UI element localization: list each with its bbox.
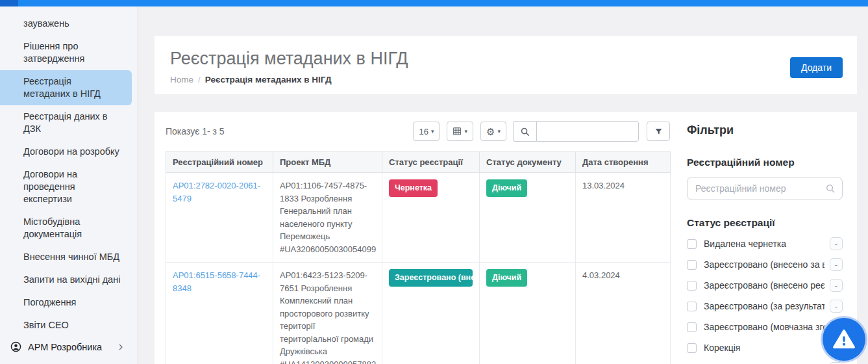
warning-triangle-icon [833,328,855,350]
results-summary: Показує 1- з 5 [166,126,225,136]
search-icon [825,183,836,194]
sidebar-item-zvity-seo[interactable]: Звіти СЕО [0,314,138,337]
status-option-label: Видалена чернетка [704,239,825,249]
chevron-down-icon: ▾ [464,128,467,135]
search-icon [513,121,536,142]
breadcrumb-separator: / [198,75,201,84]
toolbar-controls: 16▾ ▾ ⚙▾ [406,121,670,142]
status-option-label: Зареєстровано (за результатам... [704,301,825,311]
sidebar-item-reestratsiya-danykh-dzk[interactable]: Реєстрація даних в ДЗК [0,105,138,140]
main-content: Реєстрація метаданих в НІГД Home/Реєстра… [138,6,868,364]
navbar-menu-area[interactable] [0,0,18,6]
table-header-row: Реєстраційний номер Проект МБД Статус ре… [166,152,671,173]
filters-panel: Фільтри Реєстраційний номер Статус реєст… [687,121,843,364]
page-size-dropdown[interactable]: 16▾ [413,122,440,141]
sidebar-item-vnesennya-chynnoyi-mbd[interactable]: Внесення чинної МБД [0,246,138,268]
table-card: Показує 1- з 5 16▾ ▾ [155,112,857,364]
status-option-label: Зареєстровано (внесено реєст... [704,280,825,291]
status-checkbox[interactable] [687,239,697,249]
sidebar-item-arm-rozrobnyka[interactable]: АРМ Розробника [0,335,138,359]
column-header-project-mbd[interactable]: Проект МБД [273,152,382,173]
status-option: Зареєстровано (внесено реєст... - [687,279,843,292]
user-icon [10,341,21,352]
status-option: Видалена чернетка - [687,237,843,250]
add-button[interactable]: Додати [790,57,843,78]
column-header-document-status[interactable]: Статус документу [480,152,576,173]
page-size-value: 16 [419,127,428,136]
registration-number-link[interactable]: AP01:2782-0020-2061-5479 [173,181,260,203]
status-option: Зареєстровано (мовчазна згода) - [687,320,843,333]
registration-number-filter-input[interactable] [687,177,843,200]
sidebar-item-rishennya-pro-zatverdzhennya[interactable]: Рішення про затвердження [0,35,138,70]
status-count-button[interactable]: - [830,258,843,271]
column-header-creation-date[interactable]: Дата створення [576,152,671,173]
document-status-badge: Діючий [486,179,527,197]
status-checkbox[interactable] [687,260,697,270]
status-checkbox[interactable] [687,322,697,332]
sidebar-item-zapyty-vykhidni-dani[interactable]: Запити на вихідні дані [0,268,138,291]
columns-dropdown[interactable]: ▾ [447,122,473,141]
status-checkbox[interactable] [687,343,697,353]
chevron-down-icon: ▾ [431,128,434,135]
sidebar-item-mistobudivna-dokumentatsiya[interactable]: Містобудівна документація [0,211,138,246]
creation-date-cell: 13.03.2024 [576,173,671,263]
table-row: AP01:2782-0020-2061-5479 AP01:1106-7457-… [166,173,671,263]
top-navbar [0,0,868,6]
column-header-registration-number[interactable]: Реєстраційний номер [166,152,273,173]
creation-date-cell: 4.03.2024 [576,263,671,364]
chevron-right-icon [117,343,125,351]
status-count-button[interactable]: - [830,237,843,250]
data-table: Реєстраційний номер Проект МБД Статус ре… [166,151,671,364]
registration-number-link[interactable]: AP01:6515-5658-7444-8348 [173,270,260,293]
registration-number-filter-label: Реєстраційний номер [687,157,843,168]
sidebar-item-label: АРМ Розробника [28,342,102,352]
gear-icon: ⚙ [486,127,495,136]
table-section: Показує 1- з 5 16▾ ▾ [166,121,670,364]
settings-dropdown[interactable]: ⚙▾ [480,122,506,141]
status-option: Зареєстровано (внесено за від... - [687,258,843,271]
status-option-label: Зареєстровано (внесено за від... [704,259,825,270]
sidebar-item-pohodzhennya[interactable]: Погодження [0,291,138,314]
filters-title: Фільтри [687,124,843,137]
sidebar: зауважень Рішення про затвердження Реєст… [0,6,138,364]
status-checkbox[interactable] [687,302,697,311]
table-row: AP01:6515-5658-7444-8348 AP01:6423-5123-… [166,263,671,364]
filter-funnel-icon [654,127,663,136]
registration-status-badge: Зареєстровано (внесено ре [389,269,473,287]
status-count-button[interactable]: - [830,300,843,313]
app-window: зауважень Рішення про затвердження Реєст… [0,0,868,364]
status-option-label: Зареєстровано (мовчазна згода) [704,322,825,332]
registration-status-filter-label: Статус реєстрації [687,217,843,229]
sidebar-item-reestratsiya-metadanykh-nihd[interactable]: Реєстрація метаданих в НІГД [0,70,132,105]
breadcrumb-current: Реєстрація метаданих в НІГД [205,75,332,84]
document-status-badge: Діючий [486,269,527,287]
status-option-label: Корекція [704,343,825,353]
sidebar-item-dohovory-na-rozrobku[interactable]: Договори на розробку [0,140,138,163]
sidebar-item-dohovory-ekspertyza[interactable]: Договори на проведення експертизи [0,163,138,211]
project-cell: AP01:6423-5123-5209-7651 Розроблення Ком… [273,263,382,364]
status-option: Корекція - [687,341,843,354]
table-search [513,121,639,142]
sidebar-item-zauvazhen[interactable]: зауважень [0,12,138,35]
search-input[interactable] [536,121,639,142]
warning-fab-button[interactable] [823,318,865,361]
table-grid-icon [453,127,462,136]
status-checkbox[interactable] [687,281,697,291]
breadcrumb: Home/Реєстрація метаданих в НІГД [170,75,843,84]
status-count-button[interactable]: - [830,279,843,292]
page-title: Реєстрація метаданих в НІГД [170,49,843,69]
project-cell: AP01:1106-7457-4875-1833 Розроблення Ген… [273,173,382,263]
filter-toggle-button[interactable] [647,122,670,141]
breadcrumb-home-link[interactable]: Home [170,75,193,84]
registration-status-badge: Чернетка [389,179,438,197]
table-toolbar: Показує 1- з 5 16▾ ▾ [166,121,670,142]
page-header-card: Реєстрація метаданих в НІГД Home/Реєстра… [155,36,857,94]
chevron-down-icon: ▾ [497,128,501,135]
status-option: Зареєстровано (за результатам... - [687,300,843,313]
column-header-registration-status[interactable]: Статус реєстрації [382,152,480,173]
